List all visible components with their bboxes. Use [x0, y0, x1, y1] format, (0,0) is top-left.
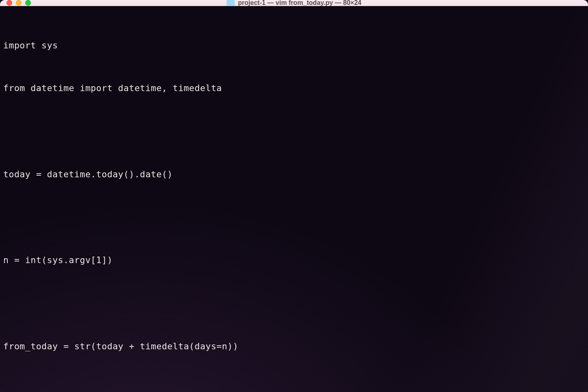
- window-title: project-1 — vim from_today.py — 80×24: [238, 0, 361, 7]
- terminal-content[interactable]: import sys from datetime import datetime…: [0, 6, 588, 392]
- code-line: from_today = str(today + timedelta(days=…: [3, 339, 585, 353]
- code-line: [3, 296, 585, 310]
- titlebar[interactable]: project-1 — vim from_today.py — 80×24: [0, 0, 588, 6]
- maximize-button[interactable]: [25, 0, 31, 6]
- code-line: import sys: [3, 38, 585, 52]
- code-line: [3, 124, 585, 138]
- editor-buffer[interactable]: import sys from datetime import datetime…: [3, 9, 585, 392]
- code-line: from datetime import datetime, timedelta: [3, 81, 585, 95]
- minimize-button[interactable]: [16, 0, 22, 6]
- close-button[interactable]: [7, 0, 12, 6]
- code-line: [3, 382, 585, 392]
- code-line: [3, 210, 585, 224]
- code-line: n = int(sys.argv[1]): [3, 253, 585, 267]
- code-line: today = datetime.today().date(): [3, 167, 585, 181]
- window-title-container: project-1 — vim from_today.py — 80×24: [226, 0, 361, 7]
- traffic-lights: [7, 0, 31, 6]
- folder-icon: [226, 0, 235, 6]
- terminal-window: project-1 — vim from_today.py — 80×24 im…: [0, 0, 588, 392]
